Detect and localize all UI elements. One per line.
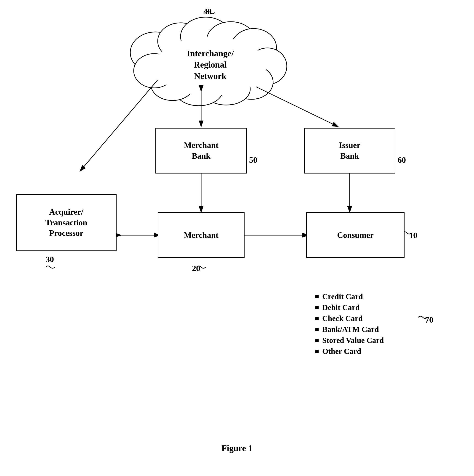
- legend-label-stored-value-card: Stored Value Card: [322, 336, 384, 345]
- legend-label-debit-card: Debit Card: [322, 303, 360, 312]
- legend-label-check-card: Check Card: [322, 314, 363, 323]
- label-60: 60: [398, 155, 406, 165]
- label-40: 40: [203, 7, 212, 17]
- bullet-check-card: [315, 317, 319, 320]
- merchant-label: Merchant: [184, 230, 218, 241]
- legend-item-other-card: Other Card: [315, 347, 384, 356]
- acquirer-label: Acquirer/TransactionProcessor: [45, 207, 87, 238]
- issuer-bank-box: IssuerBank: [304, 128, 395, 173]
- legend-item-check-card: Check Card: [315, 314, 384, 323]
- bullet-credit-card: [315, 295, 319, 298]
- legend-item-credit-card: Credit Card: [315, 292, 384, 301]
- svg-line-14: [80, 80, 158, 171]
- legend-item-debit-card: Debit Card: [315, 303, 384, 312]
- label-20: 20: [192, 264, 200, 273]
- figure-caption: Figure 1: [0, 443, 474, 453]
- legend-label-credit-card: Credit Card: [322, 292, 363, 301]
- legend-label-bank-atm-card: Bank/ATM Card: [322, 325, 379, 334]
- label-50: 50: [249, 155, 257, 165]
- legend-item-stored-value-card: Stored Value Card: [315, 336, 384, 345]
- bullet-bank-atm-card: [315, 328, 319, 331]
- legend-box: Credit Card Debit Card Check Card Bank/A…: [315, 292, 384, 358]
- legend-item-bank-atm-card: Bank/ATM Card: [315, 325, 384, 334]
- bullet-other-card: [315, 350, 319, 353]
- consumer-label: Consumer: [337, 230, 374, 241]
- merchant-bank-label: MerchantBank: [184, 140, 218, 161]
- bullet-debit-card: [315, 306, 319, 309]
- label-30: 30: [46, 255, 54, 264]
- bullet-stored-value-card: [315, 339, 319, 342]
- merchant-box: Merchant: [158, 212, 245, 258]
- label-70: 70: [425, 315, 433, 325]
- diagram-container: 40 Interchange/RegionalNetwork MerchantB…: [0, 0, 474, 476]
- svg-line-13: [256, 87, 338, 127]
- acquirer-box: Acquirer/TransactionProcessor: [16, 194, 117, 251]
- merchant-bank-box: MerchantBank: [155, 128, 247, 173]
- cloud-label: Interchange/RegionalNetwork: [167, 48, 254, 82]
- label-10: 10: [409, 231, 417, 240]
- issuer-bank-label: IssuerBank: [339, 140, 360, 161]
- legend-label-other-card: Other Card: [322, 347, 361, 356]
- consumer-box: Consumer: [306, 212, 404, 258]
